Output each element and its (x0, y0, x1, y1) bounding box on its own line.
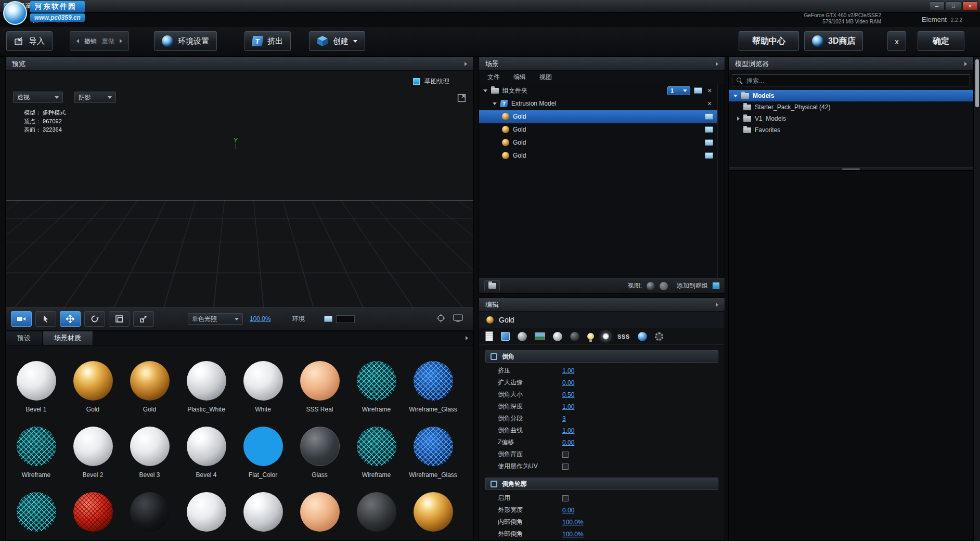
ok-button[interactable]: 确定 (918, 31, 964, 51)
toolbar-x-button[interactable]: x (887, 31, 906, 51)
expand-edges-value[interactable]: 0.00 (562, 379, 574, 387)
glossy-material-channel-icon[interactable] (553, 332, 562, 341)
extrude-button[interactable]: T 挤出 (244, 31, 291, 51)
new-group-folder-button[interactable] (484, 280, 500, 291)
group-number-dropdown[interactable]: 1 (667, 86, 690, 95)
store-button[interactable]: 3D商店 (804, 31, 863, 51)
browser-splitter[interactable] (729, 167, 973, 171)
material-visibility-monitor-icon[interactable] (705, 152, 713, 159)
material-tile[interactable] (178, 487, 235, 541)
material-tile[interactable]: White (235, 356, 291, 414)
crosshair-icon[interactable] (436, 314, 445, 324)
draft-texture-checkbox[interactable] (413, 78, 420, 85)
scene-material-row[interactable]: Gold (479, 110, 725, 123)
material-tile[interactable]: Wireframe (348, 421, 405, 480)
bevel-outline-section-header[interactable]: 倒角轮廓 (485, 478, 718, 490)
help-center-button[interactable]: 帮助中心 (739, 31, 799, 51)
background-color-swatch[interactable] (336, 315, 355, 323)
scene-collapse-arrow-icon[interactable] (716, 60, 718, 68)
view-wire-sphere-icon[interactable] (660, 282, 668, 290)
use-layer-as-uv-checkbox[interactable] (562, 463, 569, 470)
light-mode-dropdown[interactable]: 单色光照 (188, 313, 243, 325)
illumination-channel-icon[interactable] (602, 332, 610, 340)
bevel-segments-value[interactable]: 3 (562, 415, 566, 422)
menu-window[interactable]: 窗口 (27, 16, 50, 24)
material-tile[interactable] (8, 487, 65, 541)
material-tile[interactable]: Bevel 2 (65, 421, 121, 480)
bevel-size-value[interactable]: 0.50 (562, 391, 574, 398)
select-tool-button[interactable] (35, 311, 56, 327)
environment-setup-button[interactable]: 环境设置 (154, 31, 217, 51)
material-tile[interactable]: Bevel 4 (178, 421, 235, 480)
browser-folder-row[interactable]: Starter_Pack_Physical (42) (729, 101, 973, 113)
scene-tree-scrollbar[interactable] (717, 84, 725, 278)
editor-collapse-arrow-icon[interactable] (716, 301, 718, 308)
basic-material-channel-icon[interactable] (518, 332, 527, 341)
shading-dropdown[interactable]: 阴影 (74, 92, 116, 103)
material-tile[interactable]: Flat_Color (235, 421, 291, 480)
maximize-button[interactable]: □ (946, 2, 961, 10)
material-tile[interactable]: Wireframe (348, 356, 405, 414)
expander-down-icon[interactable] (483, 89, 487, 92)
create-button[interactable]: 创建 (309, 31, 365, 51)
material-tile[interactable]: Bevel 1 (8, 356, 65, 414)
presets-collapse-arrow-icon[interactable] (460, 331, 473, 345)
expander-right-icon[interactable] (737, 117, 740, 121)
browser-folder-row[interactable]: V1_Models (729, 113, 973, 124)
scene-menu-file[interactable]: 文件 (487, 73, 500, 82)
scene-material-row[interactable]: Gold (479, 149, 725, 162)
tab-scene-materials[interactable]: 场景材质 (43, 331, 93, 345)
environment-channel-icon[interactable] (638, 332, 647, 341)
zoom-value[interactable]: 100.0% (250, 315, 271, 323)
material-tile[interactable] (405, 487, 461, 541)
material-tile[interactable] (65, 487, 121, 541)
bevel-curve-value[interactable]: 1.00 (562, 427, 574, 434)
material-tile[interactable]: SSS Real (291, 356, 348, 414)
rotate-tool-button[interactable] (84, 311, 105, 327)
document-channel-icon[interactable] (485, 331, 493, 341)
material-tile[interactable] (348, 487, 405, 541)
menu-help[interactable]: 帮助 (50, 16, 73, 24)
environment-monitor-icon[interactable] (324, 316, 332, 322)
material-tile[interactable]: Plastic_White (178, 356, 235, 414)
browser-folder-row[interactable]: Favorites (729, 124, 973, 136)
material-tile[interactable] (291, 487, 348, 541)
inner-bevel-value[interactable]: 100.0% (562, 519, 584, 526)
material-tile[interactable]: Bevel 3 (121, 421, 178, 480)
model-browser-collapse-arrow-icon[interactable] (964, 60, 967, 68)
expander-down-icon[interactable] (733, 95, 738, 97)
camera-tool-button[interactable] (11, 311, 32, 327)
add-to-group-checkbox[interactable] (713, 282, 719, 289)
expand-viewport-icon[interactable] (457, 94, 466, 104)
scene-menu-view[interactable]: 视图 (539, 73, 552, 82)
extrude-value[interactable]: 1.00 (562, 367, 574, 375)
minimize-button[interactable]: ─ (929, 2, 945, 10)
shape-width-value[interactable]: 0.00 (562, 507, 574, 514)
undo-button[interactable]: 撤销 (84, 37, 97, 46)
material-visibility-monitor-icon[interactable] (705, 139, 713, 146)
material-visibility-monitor-icon[interactable] (705, 113, 713, 120)
move-tool-button[interactable] (60, 311, 81, 327)
camera-view-dropdown[interactable]: 透视 (13, 92, 63, 103)
material-visibility-monitor-icon[interactable] (705, 126, 713, 133)
scene-material-row[interactable]: Gold (479, 123, 725, 136)
close-button[interactable]: ✕ (962, 2, 978, 10)
material-tile[interactable]: Glass (291, 421, 348, 480)
material-tile[interactable] (121, 487, 178, 541)
view-shaded-sphere-icon[interactable] (647, 282, 655, 290)
model-delete-button[interactable]: ✕ (706, 100, 713, 107)
material-tile[interactable]: Wireframe (8, 421, 65, 480)
viewport[interactable]: 草图纹理 透视 阴影 模型： 多种模式 顶点： 967092 表面： 32236… (6, 71, 473, 307)
material-tile[interactable]: Wireframe_Glass (405, 421, 461, 480)
scene-model-row[interactable]: T Extrusion Model ✕ (479, 97, 725, 110)
sss-channel-icon[interactable]: SSS (617, 333, 630, 340)
tab-presets[interactable]: 预设 (6, 331, 43, 345)
z-offset-value[interactable]: 0.00 (562, 439, 574, 446)
material-tile[interactable]: Gold (65, 356, 121, 414)
group-visibility-monitor-icon[interactable] (694, 87, 702, 94)
search-input[interactable] (746, 77, 966, 84)
redo-button[interactable]: 重做 (102, 37, 114, 46)
scrollbar-thumb[interactable] (975, 59, 979, 107)
scene-menu-edit[interactable]: 编辑 (513, 73, 526, 82)
group-delete-button[interactable]: ✕ (706, 87, 713, 94)
